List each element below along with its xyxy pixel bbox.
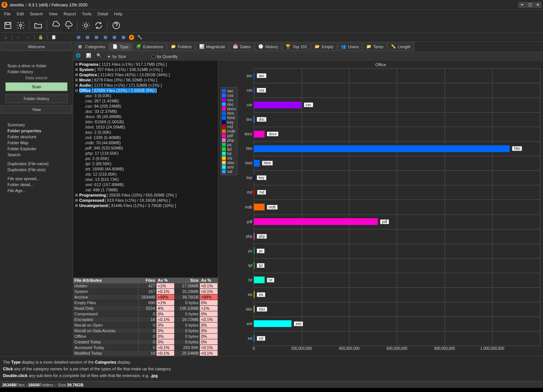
folder-open-icon[interactable]	[33, 20, 44, 31]
tree-category[interactable]: ⊞ Movie [ 8278 Files (3%) / 96.32MB (<1%…	[75, 77, 216, 83]
tree-category[interactable]: ⊞ Graphics [ 111401 Files (42%) / 13.65G…	[75, 72, 216, 77]
tab-length[interactable]: 📏Length	[388, 43, 414, 51]
nav-file-age[interactable]: File Age...	[0, 188, 73, 194]
expand-icon[interactable]: ⊞	[75, 203, 78, 208]
chart-bar[interactable]: mdmd	[254, 189, 540, 196]
tree-item[interactable]: .php: 17 (118.55K)	[75, 151, 216, 156]
menu-edit[interactable]: Edit	[14, 11, 27, 17]
tree-item[interactable]: .tpl: 2 (88.56K)	[75, 161, 216, 166]
folder-history-link[interactable]: Folder History	[0, 69, 73, 75]
back-icon[interactable]: ←	[15, 34, 22, 41]
nav-folder-detail[interactable]: Folder detail...	[0, 182, 73, 188]
tab-folders[interactable]: 📁Folders	[167, 43, 195, 51]
table-row[interactable]: Modified Today18<0.1%25.54MB<0.1%	[73, 351, 218, 356]
tree-item[interactable]: .md: 1335 (5.40MB)	[75, 135, 216, 140]
scan-drive-link[interactable]: Scan a drive or folder	[0, 63, 73, 69]
clipboard-icon[interactable]: 📋	[50, 34, 57, 41]
expand-icon[interactable]: ⊞	[75, 192, 78, 198]
expand-icon[interactable]: ⊞	[75, 62, 78, 67]
tree-item[interactable]: .css: 267 (1.41MB)	[75, 98, 216, 104]
table-row[interactable]: Archive263448>99%39.76GB>99%	[73, 294, 218, 300]
cloud-icon[interactable]	[50, 20, 61, 31]
chart-bar[interactable]: phpphp	[254, 232, 540, 240]
tree-item[interactable]: .key: 2 (5.00K)	[75, 130, 216, 135]
wrench-icon[interactable]: 🔧	[136, 34, 143, 41]
menu-view[interactable]: View	[46, 11, 61, 17]
tree-item[interactable]: .ps: 2 (9.65K)	[75, 156, 216, 161]
menu-search[interactable]: Search	[27, 11, 46, 17]
tab-categories[interactable]: ▦Categories	[75, 43, 108, 51]
chart-bar[interactable]: txttxt	[254, 276, 540, 284]
expand-icon[interactable]: ⊞	[75, 83, 78, 88]
chart-bar[interactable]: xlsxls	[254, 291, 540, 298]
tab-type[interactable]: 📄Type	[109, 43, 132, 51]
tree-item[interactable]: .asc: 3 (9.03K)	[75, 93, 216, 98]
radio-by-quantity[interactable]: by Quantity	[151, 54, 178, 59]
menu-report[interactable]: Report	[61, 11, 78, 17]
tab-users[interactable]: 👥Users	[337, 43, 362, 51]
report-icon-3[interactable]: ▦	[93, 34, 100, 41]
search-icon[interactable]: 🔍	[96, 53, 103, 60]
expand-icon[interactable]: ⊞	[75, 67, 78, 72]
close-button[interactable]: ✕	[534, 2, 542, 8]
minimize-button[interactable]: ━	[518, 2, 526, 8]
chart-bar[interactable]: docxdocx	[254, 130, 540, 138]
table-row[interactable]: Read Only92244%195.53MB<1%	[73, 306, 218, 311]
nav-folder-map[interactable]: Folder Map	[0, 140, 73, 146]
table-row[interactable]: Recall on Data Access00%0 bytes0%	[73, 328, 218, 334]
scan-button[interactable]: Scan	[5, 82, 68, 91]
tree-item[interactable]: .xlsx: 13 (515.73K)	[75, 177, 216, 182]
table-row[interactable]: Accessed Today5<0.1%283.99K<0.1%	[73, 345, 218, 351]
expand-icon[interactable]: ⊞	[75, 72, 78, 77]
tab-temp[interactable]: 📁Temp	[363, 43, 387, 51]
refresh-icon[interactable]	[93, 20, 104, 31]
cloud-refresh-icon[interactable]	[63, 20, 74, 31]
menu-tools[interactable]: Tools	[79, 11, 94, 17]
nav-folder-structure[interactable]: Folder structure	[0, 134, 73, 140]
chart-bar[interactable]: keykey	[254, 174, 540, 182]
folder-history-button[interactable]: Folder History	[5, 94, 68, 103]
tree-item[interactable]: .htm: 61569 (1.00GB)	[75, 119, 216, 124]
tree-category[interactable]: ⊞ System [ 707 Files (<1%) / 336.51MB (<…	[75, 67, 216, 72]
tab-dates[interactable]: 📅Dates	[229, 43, 254, 51]
chart-bar[interactable]: xmlxml	[254, 320, 540, 327]
tree-item[interactable]: .xls: 12 (210.00K)	[75, 172, 216, 177]
tab-empty[interactable]: 📂Empty	[311, 43, 337, 51]
maximize-button[interactable]: ▢	[526, 2, 534, 8]
chart-bar[interactable]: csscss	[254, 87, 540, 94]
nav-summary[interactable]: Summary	[0, 122, 73, 128]
tab-top-101[interactable]: 🏆Top 101	[282, 43, 311, 51]
chart-bar[interactable]: csvcsv	[254, 101, 540, 109]
nav-dup-name[interactable]: Duplicates (File name)	[0, 161, 73, 167]
tree-item[interactable]: .csv: 94 (200.24MB)	[75, 104, 216, 109]
tab-magnitude[interactable]: 📊Magnitude	[196, 43, 229, 51]
table-row[interactable]: Recall on Open00%0 bytes0%	[73, 322, 218, 328]
gear-icon[interactable]	[15, 20, 26, 31]
chart-bar[interactable]: htmlhtml	[254, 160, 540, 167]
table-row[interactable]: Compressed00%0 bytes0%	[73, 311, 218, 317]
collapse-icon[interactable]: ⊟	[75, 88, 78, 93]
tree-category[interactable]: ⊞ Audio [ 1172 Files (<1%) / 171.53MB (<…	[75, 83, 216, 88]
tree-item[interactable]: .doc: 33 (2.37MB)	[75, 109, 216, 114]
forward-icon[interactable]: →	[24, 34, 31, 41]
category-tree[interactable]: ⊞ Programs [ 1121 Files (<1%) / 917.17MB…	[73, 61, 218, 278]
tree-category[interactable]: ⊞ Compressed [ 619 Files (<1%) / 18.16GB…	[75, 198, 216, 203]
expand-icon[interactable]: ⊞	[75, 77, 78, 83]
nav-size-spread[interactable]: File size spread...	[0, 176, 73, 182]
report-icon-1[interactable]: ▦	[75, 34, 82, 41]
tree-category[interactable]: ⊞ Programming [ 25835 Files (10%) / 655.…	[75, 192, 216, 198]
tree-item[interactable]: .docx: 35 (45.89MB)	[75, 114, 216, 119]
chart-bar[interactable]: ascasc	[254, 72, 540, 80]
chart-bar[interactable]: psps	[254, 247, 540, 254]
table-row[interactable]: Offline00%0 bytes0%	[73, 334, 218, 339]
table-row[interactable]: System157<0.1%15.28MB<0.1%	[73, 289, 218, 294]
close-x-icon[interactable]: ✕	[129, 35, 134, 40]
tab-extensions[interactable]: 🧩Extensions	[133, 43, 167, 51]
chart-bar[interactable]: htmhtm	[254, 145, 540, 152]
tree-category[interactable]: ⊞ Uncategorised [ 31446 Files (12%) / 3.…	[75, 203, 216, 208]
chart-bar[interactable]: tpltpl	[254, 262, 540, 269]
expand-icon[interactable]: ⊞	[75, 198, 78, 203]
chart-bar[interactable]: docdoc	[254, 116, 540, 123]
menu-file[interactable]: File	[1, 11, 13, 17]
nav-dup-size[interactable]: Duplicates (File size)	[0, 167, 73, 173]
